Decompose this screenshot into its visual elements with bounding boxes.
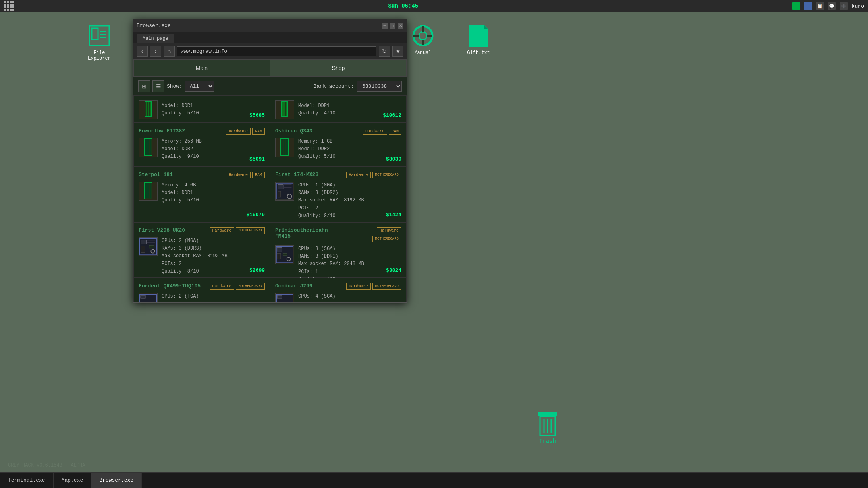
tag-ram-oshirec: RAM [389, 128, 401, 135]
product-body-oshirec: Memory: 1 GB Model: DDR2 Quality: 5/10 [275, 138, 401, 161]
user-label: kuro [852, 3, 864, 9]
taskbar-terminal[interactable]: Terminal.exe [0, 473, 54, 488]
product-img-firstv298 [139, 237, 158, 256]
file-explorer-icon-img [87, 24, 111, 48]
taskbar-browser-label: Browser.exe [99, 477, 133, 483]
forward-button[interactable]: › [150, 46, 161, 57]
product-img-oshirec [275, 138, 294, 157]
file-explorer-desktop-icon[interactable]: File Explorer [81, 24, 117, 61]
product-tags-first174: Hardware MOTHERBOARD [346, 172, 401, 178]
tag-ram-enworthw: RAM [252, 128, 265, 135]
list-view-button[interactable]: ☰ [152, 80, 164, 92]
product-img-sterpoi [139, 182, 158, 201]
product-card-partial-2[interactable]: Model: DDR1 Quality: 4/10 $10612 [270, 96, 407, 123]
tray-icon-2[interactable] [804, 2, 812, 10]
svg-rect-28 [147, 139, 149, 155]
shop-nav-button[interactable]: Shop [270, 60, 407, 76]
product-card-fordent[interactable]: Fordent QR499-TUQ105 Hardware MOTHERBOAR… [133, 278, 270, 302]
back-button[interactable]: ‹ [137, 46, 148, 57]
trash-desktop-icon[interactable]: Trash [537, 412, 558, 444]
tray-icon-1[interactable] [792, 2, 800, 10]
bank-select[interactable]: 63310038 [357, 81, 402, 92]
tag-hardware-fordent: Hardware [210, 283, 234, 290]
tag-hardware-first174: Hardware [346, 172, 371, 178]
gift-desktop-icon[interactable]: Gift.txt [461, 24, 496, 56]
product-tags-oshirec: Hardware RAM [363, 128, 401, 135]
product-body-enworthw: Memory: 256 MB Model: DDR2 Quality: 9/10 [139, 138, 265, 161]
tag-hardware-firstv298: Hardware [210, 227, 234, 234]
product-name-firstv298: First V298-UK20 [139, 227, 185, 233]
product-price-enworthw: $5091 [249, 156, 265, 162]
product-price-prinisouth: $3824 [386, 267, 401, 273]
address-bar: ‹ › ⌂ ↻ ★ [133, 43, 407, 60]
product-specs-partial-2: Model: DDR1 Quality: 4/10 [298, 102, 336, 117]
manual-label: Manual [414, 50, 431, 56]
maximize-button[interactable]: □ [390, 23, 395, 29]
svg-rect-13 [538, 412, 557, 416]
taskbar-map[interactable]: Map.exe [54, 473, 92, 488]
svg-rect-54 [277, 253, 281, 259]
svg-rect-57 [141, 295, 145, 298]
svg-rect-32 [284, 139, 285, 155]
product-grid: Model: DDR1 Quality: 5/10 $5685 Model: D… [133, 96, 407, 302]
product-img-first174 [275, 182, 294, 201]
svg-rect-37 [150, 183, 151, 198]
product-card-oshirec[interactable]: Oshirec Q343 Hardware RAM Memory: 1 GB M… [270, 123, 407, 167]
manual-icon-img [411, 24, 435, 48]
manual-desktop-icon[interactable]: Manual [405, 24, 441, 56]
tag-motherboard-first174: MOTHERBOARD [372, 172, 401, 178]
product-tags-fordent: Hardware MOTHERBOARD [210, 283, 265, 290]
product-header-sterpoi: Sterpoi 181 Hardware RAM [139, 172, 265, 178]
product-body-first174: CPUs: 1 (MGA) RAMs: 3 (DDR2) Max socket … [275, 182, 401, 220]
tray-icon-4[interactable]: 💬 [828, 2, 836, 10]
product-name-sterpoi: Sterpoi 181 [139, 172, 173, 178]
main-page-tab[interactable]: Main page [137, 34, 174, 43]
show-label: Show: [167, 83, 182, 89]
product-header-firstv298: First V298-UK20 Hardware MOTHERBOARD [139, 227, 265, 234]
refresh-button[interactable]: ↻ [379, 46, 390, 57]
main-nav-button[interactable]: Main [133, 60, 270, 76]
product-img-omnicar [275, 293, 294, 302]
product-tags-firstv298: Hardware MOTHERBOARD [210, 227, 265, 234]
tray-icon-3[interactable]: 📋 [816, 2, 824, 10]
site-nav: Main Shop [133, 60, 407, 77]
product-card-prinisouth[interactable]: Prinisouthericahn FM415 Hardware MOTHERB… [270, 222, 407, 278]
tray-icon-5[interactable]: ➕ [840, 2, 848, 10]
minimize-button[interactable]: ─ [382, 23, 388, 29]
app-grid-icon[interactable] [4, 1, 14, 11]
svg-rect-29 [150, 139, 151, 155]
svg-rect-33 [286, 139, 288, 155]
svg-rect-45 [141, 240, 147, 244]
show-select[interactable]: All [185, 81, 214, 92]
svg-marker-12 [484, 25, 488, 29]
product-card-sterpoi[interactable]: Sterpoi 181 Hardware RAM Memory: 4 GB Mo… [133, 167, 270, 222]
product-card-omnicar[interactable]: Omnicar J299 Hardware MOTHERBOARD CPUs: … [270, 278, 407, 302]
product-card-enworthw[interactable]: Enworthw EIT382 Hardware RAM Memory: 256… [133, 123, 270, 167]
svg-rect-1 [92, 28, 98, 39]
version-label: GREY HACK V0.6.1548 - ALPHA [8, 463, 85, 468]
product-specs-partial-1: Model: DDR1 Quality: 5/10 [162, 102, 199, 117]
product-specs-first174: CPUs: 1 (MGA) RAMs: 3 (DDR2) Max socket … [298, 182, 364, 220]
tag-motherboard-fordent: MOTHERBOARD [236, 283, 265, 290]
taskbar-top: Sun 06:45 📋 💬 ➕ kuro [0, 0, 868, 12]
url-input[interactable] [177, 46, 376, 56]
taskbar-browser[interactable]: Browser.exe [91, 473, 142, 488]
product-card-partial-1[interactable]: Model: DDR1 Quality: 5/10 $5685 [133, 96, 270, 123]
product-specs-sterpoi: Memory: 4 GB Model: DDR1 Quality: 5/10 [162, 182, 199, 205]
browser-content: Main Shop ⊞ ☰ Show: All Bank account: 63… [133, 60, 407, 302]
svg-rect-20 [148, 102, 149, 116]
close-button[interactable]: ✕ [398, 23, 403, 29]
home-button[interactable]: ⌂ [164, 46, 175, 57]
gift-icon-img [467, 24, 490, 48]
svg-rect-47 [141, 246, 145, 253]
grid-view-button[interactable]: ⊞ [138, 80, 150, 92]
product-card-first174[interactable]: First 174-MX23 Hardware MOTHERBOARD CPUs… [270, 167, 407, 222]
svg-rect-24 [284, 102, 285, 116]
svg-rect-31 [282, 139, 283, 155]
svg-rect-59 [277, 295, 282, 298]
product-body-omnicar: CPUs: 4 (SGA) [275, 293, 401, 302]
product-card-firstv298[interactable]: First V298-UK20 Hardware MOTHERBOARD CPU… [133, 222, 270, 278]
tag-hardware-sterpoi: Hardware [226, 172, 251, 178]
bookmark-button[interactable]: ★ [392, 46, 403, 57]
tag-hardware-prinisouth: Hardware [377, 227, 401, 234]
